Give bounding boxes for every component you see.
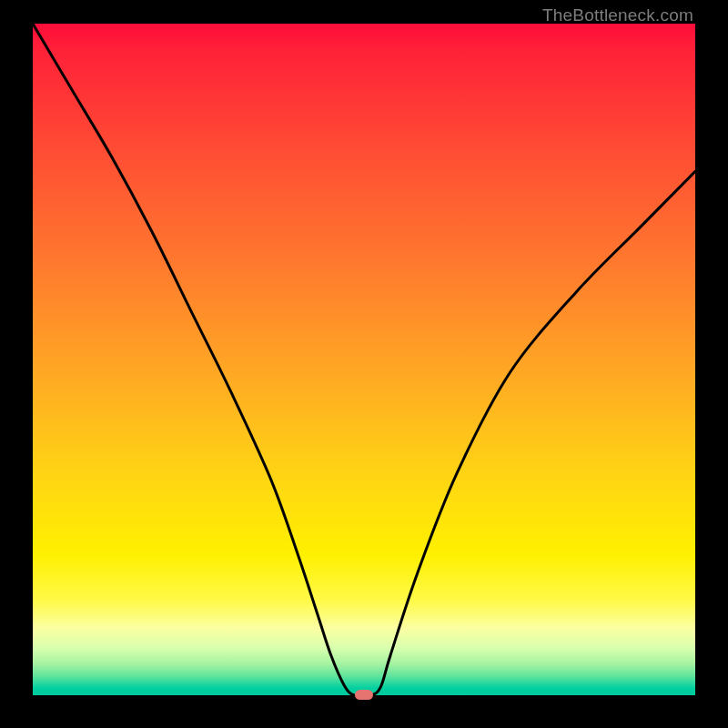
- minimum-marker: [355, 690, 373, 700]
- watermark-text: TheBottleneck.com: [542, 5, 693, 25]
- chart-frame: TheBottleneck.com: [0, 0, 728, 728]
- plot-area: [33, 24, 695, 695]
- bottleneck-curve-path: [33, 24, 695, 695]
- curve-svg: [33, 24, 695, 695]
